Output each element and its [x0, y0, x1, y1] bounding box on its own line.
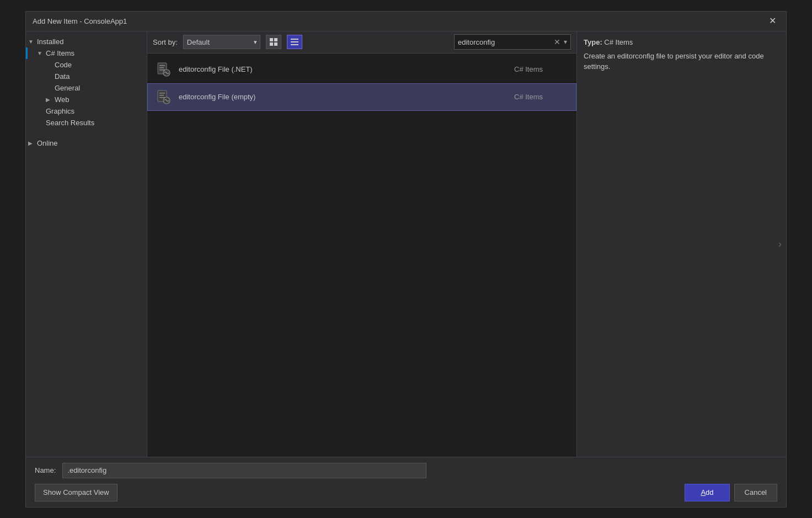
item-icon: [154, 61, 172, 78]
tree-search-results[interactable]: Search Results: [26, 117, 147, 129]
svg-rect-4: [291, 39, 298, 40]
csharp-items-expand-icon: ▼: [37, 50, 44, 56]
grid-view-button[interactable]: [266, 35, 281, 49]
search-clear-button[interactable]: ✕: [554, 38, 560, 46]
close-button[interactable]: ✕: [766, 15, 779, 26]
item-name: editorconfig File (.NET): [179, 65, 507, 73]
action-buttons: Add Cancel: [685, 484, 777, 501]
add-new-item-dialog: Add New Item - ConsoleApp1 ✕ ▼ Installed…: [25, 11, 787, 508]
sort-select-wrap: Default Name Type: [183, 35, 260, 49]
installed-label: Installed: [37, 38, 63, 46]
web-label: Web: [55, 95, 70, 104]
item-row[interactable]: editorconfig File (empty) C# Items: [147, 83, 576, 111]
left-panel: ▼ Installed ▼ C# Items Code Data General: [26, 31, 147, 457]
general-label: General: [55, 84, 80, 92]
tree-online[interactable]: ▶ Online: [26, 137, 147, 149]
dialog-title: Add New Item - ConsoleApp1: [33, 17, 127, 25]
item-name: editorconfig File (empty): [179, 93, 507, 101]
name-input[interactable]: [62, 463, 426, 478]
right-panel: Type: C# Items Create an editorconfig fi…: [576, 31, 786, 457]
type-key: Type:: [584, 38, 602, 46]
item-icon: [154, 88, 172, 106]
item-type: C# Items: [514, 93, 569, 101]
items-list: editorconfig File (.NET) C# Items: [147, 54, 576, 457]
item-row[interactable]: editorconfig File (.NET) C# Items: [147, 56, 576, 83]
toolbar: Sort by: Default Name Type: [147, 31, 576, 54]
buttons-row: Show Compact View Add Cancel: [35, 484, 777, 501]
search-expand-icon: ▾: [564, 38, 567, 46]
search-bar: ✕ ▾: [454, 34, 571, 50]
svg-rect-0: [270, 38, 273, 41]
tree-general[interactable]: General: [26, 82, 147, 94]
expand-arrow-icon: ›: [778, 238, 782, 250]
svg-rect-14: [159, 95, 164, 96]
list-view-button[interactable]: [287, 35, 302, 49]
sort-by-label: Sort by:: [153, 38, 178, 46]
svg-rect-1: [274, 38, 277, 41]
data-label: Data: [55, 72, 70, 81]
search-results-label: Search Results: [46, 119, 94, 127]
tree-graphics[interactable]: Graphics: [26, 105, 147, 117]
svg-rect-5: [291, 41, 298, 42]
tree-data[interactable]: Data: [26, 71, 147, 82]
installed-expand-icon: ▼: [28, 39, 35, 45]
search-input[interactable]: [458, 38, 551, 46]
item-type: C# Items: [514, 65, 569, 73]
name-label: Name:: [35, 466, 56, 474]
compact-view-button[interactable]: Show Compact View: [35, 484, 117, 501]
svg-rect-2: [270, 42, 273, 46]
middle-panel: Sort by: Default Name Type: [147, 31, 576, 457]
tree-web[interactable]: ▶ Web: [26, 94, 147, 105]
svg-rect-8: [159, 65, 165, 66]
type-line: Type: C# Items: [584, 38, 779, 46]
name-row: Name:: [35, 463, 777, 478]
web-expand-icon: ▶: [46, 97, 52, 103]
dialog-body: ▼ Installed ▼ C# Items Code Data General: [26, 31, 786, 457]
sort-select[interactable]: Default Name Type: [183, 35, 260, 49]
online-label: Online: [37, 139, 58, 147]
svg-rect-13: [159, 93, 165, 94]
bottom-bar: Name: Show Compact View Add Cancel: [26, 457, 786, 507]
csharp-items-label: C# Items: [46, 49, 74, 57]
svg-rect-9: [159, 67, 164, 68]
title-bar: Add New Item - ConsoleApp1 ✕: [26, 12, 786, 31]
graphics-label: Graphics: [46, 107, 74, 115]
code-label: Code: [55, 61, 72, 69]
svg-rect-6: [291, 44, 298, 45]
tree-csharp-items[interactable]: ▼ C# Items: [26, 47, 147, 59]
cancel-button[interactable]: Cancel: [734, 484, 777, 501]
add-button[interactable]: Add: [685, 484, 729, 501]
description-text: Create an editorconfig file to persist y…: [584, 51, 779, 72]
svg-rect-3: [274, 42, 277, 46]
tree-installed[interactable]: ▼ Installed: [26, 36, 147, 47]
tree-code[interactable]: Code: [26, 59, 147, 71]
type-value: C# Items: [604, 38, 633, 46]
online-expand-icon: ▶: [28, 140, 35, 146]
